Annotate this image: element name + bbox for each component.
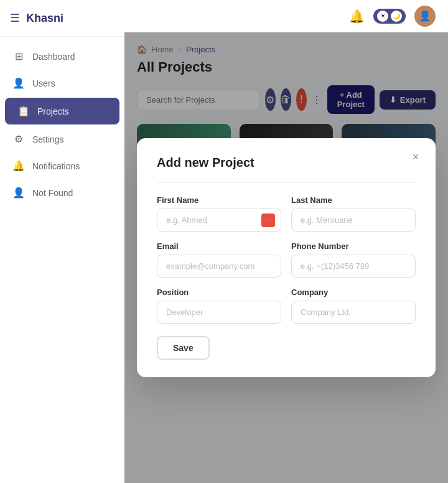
dashboard-icon: ⊞ [12, 50, 25, 62]
phone-input[interactable] [291, 255, 416, 278]
menu-icon[interactable]: ☰ [10, 11, 20, 25]
not-found-icon: 👤 [12, 187, 25, 199]
projects-icon: 📋 [17, 105, 30, 117]
last-name-input[interactable] [291, 209, 416, 232]
email-input[interactable] [157, 255, 281, 278]
modal-title: Add new Project [157, 156, 416, 170]
settings-icon: ⚙ [12, 133, 25, 145]
first-name-input-wrapper: ⋯ [157, 209, 281, 232]
toggle-moon-icon: 🌙 [391, 11, 402, 22]
form-group-position: Position [157, 288, 281, 324]
form-group-last-name: Last Name [291, 195, 416, 232]
form-group-phone: Phone Number [291, 242, 416, 278]
sidebar-label-not-found: Not Found [32, 188, 73, 198]
sidebar-item-projects[interactable]: 📋 Projects [5, 98, 119, 124]
sidebar-label-dashboard: Dashboard [32, 52, 75, 62]
form-group-company: Company [291, 288, 416, 324]
toggle-sun-icon: ☀ [377, 11, 388, 22]
email-label: Email [157, 242, 281, 251]
company-label: Company [291, 288, 416, 297]
input-action-icon[interactable]: ⋯ [261, 213, 275, 227]
theme-toggle[interactable]: ☀ 🌙 [373, 9, 406, 24]
form-row-details: Position Company [157, 288, 416, 324]
form-group-first-name: First Name ⋯ [157, 195, 281, 232]
company-input[interactable] [291, 301, 416, 324]
bell-icon[interactable]: 🔔 [349, 9, 365, 24]
page-content: 🏠 Home › Projects All Projects ⚙ 🗑 ! ⋮ +… [124, 32, 448, 483]
main-content: 🔔 ☀ 🌙 👤 🏠 Home › Projects All Projects [124, 0, 448, 483]
sidebar-item-notifications[interactable]: 🔔 Notifications [0, 152, 124, 179]
form-row-contact: Email Phone Number [157, 242, 416, 278]
sidebar-nav: ⊞ Dashboard 👤 Users 📋 Projects ⚙ Setting… [0, 37, 124, 483]
sidebar-label-users: Users [32, 78, 55, 88]
users-icon: 👤 [12, 77, 25, 89]
modal-footer: Save [157, 336, 416, 360]
avatar[interactable]: 👤 [414, 6, 436, 27]
last-name-label: Last Name [291, 195, 416, 205]
sidebar-label-projects: Projects [37, 106, 69, 116]
sidebar-item-users[interactable]: 👤 Users [0, 70, 124, 96]
sidebar-item-settings[interactable]: ⚙ Settings [0, 126, 124, 152]
sidebar-label-notifications: Notifications [32, 161, 80, 171]
position-input[interactable] [157, 301, 281, 324]
sidebar: ☰ Khasni ⊞ Dashboard 👤 Users 📋 Projects … [0, 0, 124, 483]
app-title: Khasni [26, 12, 63, 25]
notifications-icon: 🔔 [12, 160, 25, 172]
form-row-name: First Name ⋯ Last Name [157, 195, 416, 232]
app-container: ☰ Khasni ⊞ Dashboard 👤 Users 📋 Projects … [0, 0, 448, 483]
save-button[interactable]: Save [157, 336, 210, 360]
sidebar-label-settings: Settings [32, 134, 64, 144]
sidebar-item-not-found[interactable]: 👤 Not Found [0, 179, 124, 206]
phone-label: Phone Number [291, 242, 416, 251]
modal-divider [157, 182, 416, 183]
sidebar-header: ☰ Khasni [0, 0, 124, 37]
topbar: 🔔 ☀ 🌙 👤 [124, 0, 448, 32]
modal-close-button[interactable]: × [407, 148, 424, 166]
form-group-email: Email [157, 242, 281, 278]
add-project-modal: Add new Project × First Name ⋯ Last N [137, 138, 436, 377]
topbar-actions: 🔔 ☀ 🌙 👤 [349, 6, 436, 27]
modal-overlay[interactable]: Add new Project × First Name ⋯ Last N [124, 32, 448, 483]
position-label: Position [157, 288, 281, 297]
sidebar-item-dashboard[interactable]: ⊞ Dashboard [0, 43, 124, 70]
first-name-label: First Name [157, 195, 281, 205]
